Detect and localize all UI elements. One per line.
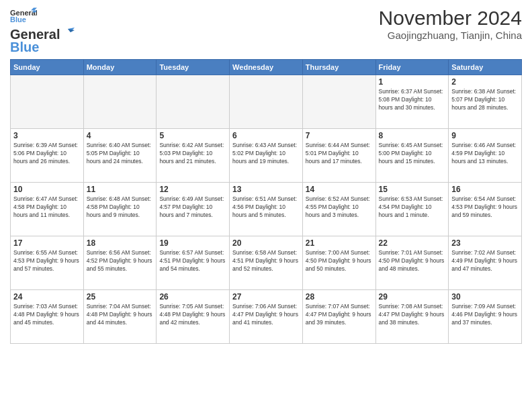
calendar-cell: 17Sunrise: 6:55 AM Sunset: 4:53 PM Dayli…	[11, 236, 84, 290]
title-section: November 2024 Gaojingzhuang, Tianjin, Ch…	[379, 7, 522, 41]
day-number: 22	[379, 238, 446, 248]
day-info: Sunrise: 6:48 AM Sunset: 4:58 PM Dayligh…	[87, 195, 154, 220]
calendar-cell: 26Sunrise: 7:05 AM Sunset: 4:48 PM Dayli…	[157, 290, 230, 344]
day-info: Sunrise: 7:08 AM Sunset: 4:47 PM Dayligh…	[379, 303, 446, 327]
day-number: 5	[159, 131, 226, 140]
day-number: 12	[159, 185, 226, 194]
col-wednesday: Wednesday	[230, 60, 303, 75]
day-info: Sunrise: 7:00 AM Sunset: 4:50 PM Dayligh…	[306, 249, 373, 273]
header-row: Sunday Monday Tuesday Wednesday Thursday…	[11, 60, 522, 75]
col-thursday: Thursday	[302, 60, 375, 75]
week-row-4: 24Sunrise: 7:03 AM Sunset: 4:48 PM Dayli…	[11, 290, 522, 344]
calendar-cell	[157, 75, 230, 129]
day-number: 17	[13, 238, 81, 248]
day-info: Sunrise: 6:57 AM Sunset: 4:51 PM Dayligh…	[159, 249, 226, 273]
day-number: 28	[306, 292, 373, 302]
month-title: November 2024	[379, 7, 522, 30]
day-number: 23	[451, 238, 519, 248]
day-info: Sunrise: 6:52 AM Sunset: 4:55 PM Dayligh…	[306, 195, 373, 220]
calendar-cell: 12Sunrise: 6:49 AM Sunset: 4:57 PM Dayli…	[157, 183, 230, 236]
day-number: 21	[306, 238, 373, 248]
col-sunday: Sunday	[11, 60, 84, 75]
day-number: 30	[451, 292, 519, 302]
day-info: Sunrise: 6:49 AM Sunset: 4:57 PM Dayligh…	[159, 195, 226, 220]
calendar-cell: 4Sunrise: 6:40 AM Sunset: 5:05 PM Daylig…	[83, 129, 157, 183]
day-number: 24	[13, 292, 81, 302]
calendar-cell: 7Sunrise: 6:44 AM Sunset: 5:01 PM Daylig…	[302, 129, 375, 183]
calendar-cell: 13Sunrise: 6:51 AM Sunset: 4:56 PM Dayli…	[230, 183, 303, 236]
day-info: Sunrise: 7:06 AM Sunset: 4:47 PM Dayligh…	[232, 303, 300, 327]
day-number: 4	[87, 131, 154, 140]
day-number: 25	[87, 292, 154, 302]
calendar-cell: 14Sunrise: 6:52 AM Sunset: 4:55 PM Dayli…	[302, 183, 375, 236]
calendar-cell: 22Sunrise: 7:01 AM Sunset: 4:50 PM Dayli…	[375, 236, 449, 290]
day-number: 11	[87, 185, 154, 194]
day-info: Sunrise: 6:51 AM Sunset: 4:56 PM Dayligh…	[232, 195, 300, 220]
calendar-cell: 27Sunrise: 7:06 AM Sunset: 4:47 PM Dayli…	[230, 290, 303, 344]
calendar-table: Sunday Monday Tuesday Wednesday Thursday…	[10, 59, 522, 344]
day-number: 8	[379, 131, 446, 140]
day-number: 15	[379, 185, 446, 194]
day-info: Sunrise: 7:03 AM Sunset: 4:48 PM Dayligh…	[13, 303, 81, 327]
col-friday: Friday	[375, 60, 449, 75]
day-number: 27	[232, 292, 300, 302]
day-info: Sunrise: 6:39 AM Sunset: 5:06 PM Dayligh…	[13, 142, 81, 166]
day-number: 13	[232, 185, 300, 194]
calendar-cell: 3Sunrise: 6:39 AM Sunset: 5:06 PM Daylig…	[11, 129, 84, 183]
day-number: 19	[159, 238, 226, 248]
day-info: Sunrise: 6:55 AM Sunset: 4:53 PM Dayligh…	[13, 249, 81, 273]
day-info: Sunrise: 7:07 AM Sunset: 4:47 PM Dayligh…	[306, 303, 373, 327]
logo: General Blue General Blue	[10, 7, 75, 55]
calendar-cell: 28Sunrise: 7:07 AM Sunset: 4:47 PM Dayli…	[302, 290, 375, 344]
week-row-0: 1Sunrise: 6:37 AM Sunset: 5:08 PM Daylig…	[11, 75, 522, 129]
day-number: 20	[232, 238, 300, 248]
week-row-1: 3Sunrise: 6:39 AM Sunset: 5:06 PM Daylig…	[11, 129, 522, 183]
logo-blue: Blue	[10, 40, 39, 55]
svg-text:Blue: Blue	[10, 15, 26, 24]
calendar-cell: 16Sunrise: 6:54 AM Sunset: 4:53 PM Dayli…	[449, 183, 522, 236]
calendar-cell: 18Sunrise: 6:56 AM Sunset: 4:52 PM Dayli…	[83, 236, 157, 290]
calendar-cell	[230, 75, 303, 129]
day-number: 16	[451, 185, 519, 194]
day-number: 2	[451, 77, 519, 87]
calendar-cell: 8Sunrise: 6:45 AM Sunset: 5:00 PM Daylig…	[375, 129, 449, 183]
calendar-cell: 11Sunrise: 6:48 AM Sunset: 4:58 PM Dayli…	[83, 183, 157, 236]
calendar-cell	[302, 75, 375, 129]
calendar-cell: 10Sunrise: 6:47 AM Sunset: 4:58 PM Dayli…	[11, 183, 84, 236]
location: Gaojingzhuang, Tianjin, China	[379, 30, 522, 41]
logo-bird	[61, 26, 75, 39]
week-row-2: 10Sunrise: 6:47 AM Sunset: 4:58 PM Dayli…	[11, 183, 522, 236]
calendar-cell: 25Sunrise: 7:04 AM Sunset: 4:48 PM Dayli…	[83, 290, 157, 344]
calendar-cell: 30Sunrise: 7:09 AM Sunset: 4:46 PM Dayli…	[449, 290, 522, 344]
day-number: 18	[87, 238, 154, 248]
day-number: 3	[13, 131, 81, 140]
day-number: 9	[451, 131, 519, 140]
day-info: Sunrise: 7:05 AM Sunset: 4:48 PM Dayligh…	[159, 303, 226, 327]
logo-icon: General Blue	[10, 7, 37, 26]
day-info: Sunrise: 6:43 AM Sunset: 5:02 PM Dayligh…	[232, 142, 300, 166]
day-number: 29	[379, 292, 446, 302]
calendar-cell: 29Sunrise: 7:08 AM Sunset: 4:47 PM Dayli…	[375, 290, 449, 344]
calendar-cell: 19Sunrise: 6:57 AM Sunset: 4:51 PM Dayli…	[157, 236, 230, 290]
calendar-cell: 15Sunrise: 6:53 AM Sunset: 4:54 PM Dayli…	[375, 183, 449, 236]
day-info: Sunrise: 7:09 AM Sunset: 4:46 PM Dayligh…	[451, 303, 519, 327]
calendar-cell: 1Sunrise: 6:37 AM Sunset: 5:08 PM Daylig…	[375, 75, 449, 129]
col-monday: Monday	[83, 60, 157, 75]
day-info: Sunrise: 6:38 AM Sunset: 5:07 PM Dayligh…	[451, 88, 519, 112]
day-number: 26	[159, 292, 226, 302]
day-info: Sunrise: 6:40 AM Sunset: 5:05 PM Dayligh…	[87, 142, 154, 166]
day-info: Sunrise: 6:37 AM Sunset: 5:08 PM Dayligh…	[379, 88, 446, 112]
day-info: Sunrise: 7:01 AM Sunset: 4:50 PM Dayligh…	[379, 249, 446, 273]
day-info: Sunrise: 7:04 AM Sunset: 4:48 PM Dayligh…	[87, 303, 154, 327]
day-number: 10	[13, 185, 81, 194]
calendar-cell: 23Sunrise: 7:02 AM Sunset: 4:49 PM Dayli…	[449, 236, 522, 290]
calendar-cell: 24Sunrise: 7:03 AM Sunset: 4:48 PM Dayli…	[11, 290, 84, 344]
calendar-cell: 21Sunrise: 7:00 AM Sunset: 4:50 PM Dayli…	[302, 236, 375, 290]
calendar-cell: 5Sunrise: 6:42 AM Sunset: 5:03 PM Daylig…	[157, 129, 230, 183]
day-info: Sunrise: 6:44 AM Sunset: 5:01 PM Dayligh…	[306, 142, 373, 166]
day-info: Sunrise: 6:56 AM Sunset: 4:52 PM Dayligh…	[87, 249, 154, 273]
calendar-cell: 2Sunrise: 6:38 AM Sunset: 5:07 PM Daylig…	[449, 75, 522, 129]
col-tuesday: Tuesday	[157, 60, 230, 75]
col-saturday: Saturday	[449, 60, 522, 75]
header: General Blue General Blue November 2024 …	[10, 7, 522, 55]
